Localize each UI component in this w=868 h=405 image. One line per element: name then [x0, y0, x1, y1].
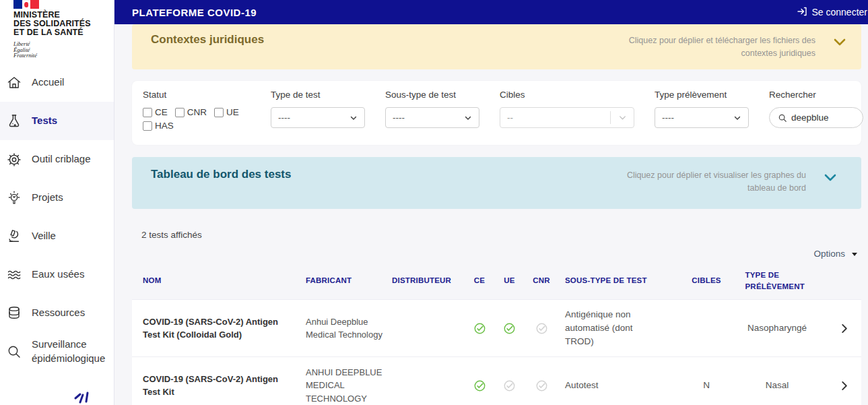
login-button[interactable]: Se connecter — [797, 6, 868, 19]
legal-contexts-banner[interactable]: Contextes juridiques Cliquez pour déplie… — [132, 24, 861, 69]
test-sous-type: Antigénique non automatisé (dont TROD) — [558, 308, 653, 349]
dashboard-title: Tableau de bord des tests — [151, 157, 291, 209]
chevron-down-icon — [464, 114, 472, 122]
type-prelevement-label: Type prélèvement — [655, 90, 749, 100]
microscope-icon — [5, 228, 23, 245]
filter-sous-type-de-test: Sous-type de test ---- — [385, 90, 479, 145]
dashboard-banner[interactable]: Tableau de bord des tests Cliquez pour d… — [132, 157, 861, 209]
filters-panel: Statut CE CNR UE HAS Type de test ---- S… — [132, 81, 861, 145]
checkbox-ue[interactable]: UE — [214, 107, 239, 117]
sidebar-item-accueil[interactable]: Accueil — [0, 63, 114, 102]
type-prelevement-select[interactable]: ---- — [655, 107, 749, 128]
sous-type-label: Sous-type de test — [385, 90, 479, 100]
login-icon — [797, 6, 807, 19]
chevron-down-icon — [733, 114, 741, 122]
options-menu[interactable]: Options — [114, 249, 857, 259]
checkbox-ce[interactable]: CE — [143, 107, 168, 117]
main-content: Contextes juridiques Cliquez pour déplie… — [114, 24, 868, 405]
lightbulb-icon — [5, 189, 23, 207]
search-input[interactable] — [791, 113, 855, 123]
options-label: Options — [813, 249, 845, 259]
table-header-row: NOM FABRICANT DISTRIBUTEUR CE UE CNR SOU… — [132, 263, 861, 299]
app-header: PLATEFORME COVID-19 Se connecter — [114, 0, 868, 24]
ce-check-circle-icon — [465, 322, 494, 335]
sous-type-select[interactable]: ---- — [385, 107, 479, 128]
test-prelevement: Nasopharyngé — [727, 321, 828, 335]
column-header-type-prelevement: TYPE DE PRÉLÈVEMENT — [727, 270, 828, 293]
column-header-distributeur: DISTRIBUTEUR — [385, 275, 465, 286]
app-title: PLATEFORME COVID-19 — [132, 7, 257, 18]
filter-cibles: Cibles -- — [500, 90, 634, 145]
rays-icon — [73, 390, 92, 405]
login-label: Se connecter — [812, 7, 868, 18]
table-row[interactable]: COVID-19 (SARS-CoV-2) Antigen Test Kit A… — [132, 356, 861, 405]
table-row[interactable]: COVID-19 (SARS-CoV-2) Antigen Test Kit (… — [132, 299, 861, 356]
sidebar: MINISTÈRE DES SOLIDARITÉS ET DE LA SANTÉ… — [0, 0, 114, 405]
test-sous-type: Autotest — [558, 379, 653, 392]
ue-check-circle-icon — [494, 379, 525, 392]
filter-statut: Statut CE CNR UE HAS — [143, 90, 251, 145]
filter-type-prelevement: Type prélèvement ---- — [655, 90, 749, 145]
flask-icon — [5, 113, 23, 130]
column-header-ce: CE — [465, 275, 494, 286]
checkbox-cnr[interactable]: CNR — [175, 107, 207, 117]
filter-rechercher: Rechercher — [769, 90, 863, 145]
test-name: COVID-19 (SARS-CoV-2) Antigen Test Kit — [132, 373, 299, 399]
checkbox-icon[interactable] — [143, 108, 152, 117]
checkbox-has[interactable]: HAS — [143, 121, 174, 131]
results-count: 2 tests affichés — [141, 230, 868, 240]
search-box[interactable] — [769, 107, 863, 128]
caret-down-icon — [852, 253, 857, 256]
chevron-down-icon[interactable] — [822, 169, 838, 188]
ministry-motto: Liberté Égalité Fraternité — [13, 41, 114, 59]
cibles-label: Cibles — [500, 90, 634, 100]
sidebar-item-label: Projets — [32, 191, 66, 204]
french-flag-icon — [13, 0, 39, 9]
row-detail-chevron-icon[interactable] — [828, 381, 861, 391]
cnr-check-circle-icon — [525, 322, 558, 335]
statut-label: Statut — [143, 90, 251, 100]
chevron-down-icon[interactable] — [832, 34, 848, 53]
type-test-label: Type de test — [271, 90, 365, 100]
checkbox-icon[interactable] — [175, 108, 185, 117]
test-prelevement: Nasal — [727, 379, 828, 392]
sidebar-nav: Accueil Tests Outil criblage Projets Vei… — [0, 63, 114, 371]
ministry-name: MINISTÈRE DES SOLIDARITÉS ET DE LA SANTÉ — [13, 11, 114, 37]
cibles-multiselect[interactable]: -- — [500, 107, 634, 128]
sidebar-item-label: Veille — [32, 229, 59, 243]
column-header-cnr: CNR — [525, 275, 558, 286]
database-icon — [5, 305, 23, 322]
test-name: COVID-19 (SARS-CoV-2) Antigen Test Kit (… — [132, 315, 299, 342]
sidebar-item-label: Surveillance épidémiologique — [32, 338, 114, 365]
sidebar-item-projets[interactable]: Projets — [0, 179, 114, 217]
sidebar-item-label: Accueil — [32, 75, 67, 89]
sidebar-item-label: Ressources — [32, 306, 88, 319]
test-cibles: N — [686, 379, 727, 392]
sidebar-item-eaux-usees[interactable]: Eaux usées — [0, 255, 114, 294]
column-header-fabricant: FABRICANT — [299, 275, 385, 286]
sidebar-item-outil-criblage[interactable]: Outil criblage — [0, 140, 114, 179]
legal-contexts-title: Contextes juridiques — [151, 24, 264, 69]
ministry-logo: MINISTÈRE DES SOLIDARITÉS ET DE LA SANTÉ… — [0, 0, 114, 62]
ce-check-circle-icon — [465, 379, 494, 392]
search-icon — [778, 113, 787, 123]
sidebar-item-label: Tests — [32, 114, 60, 127]
sidebar-item-surveillance-epidemiologique[interactable]: Surveillance épidémiologique — [0, 332, 114, 371]
checkbox-icon[interactable] — [214, 108, 224, 117]
legal-contexts-hint: Cliquez pour déplier et télécharger les … — [607, 31, 815, 61]
column-header-ue: UE — [494, 275, 525, 286]
chevron-down-icon — [349, 114, 358, 122]
row-detail-chevron-icon[interactable] — [828, 323, 861, 334]
sidebar-item-veille[interactable]: Veille — [0, 217, 114, 255]
sidebar-item-ressources[interactable]: Ressources — [0, 294, 114, 332]
sidebar-item-tests[interactable]: Tests — [0, 102, 114, 140]
magnifier-icon — [5, 343, 23, 361]
sidebar-item-label: Outil criblage — [32, 152, 94, 166]
column-header-nom: NOM — [132, 275, 299, 286]
checkbox-icon[interactable] — [143, 121, 152, 131]
chevron-down-icon — [611, 113, 634, 122]
column-header-sous-type: SOUS-TYPE DE TEST — [558, 275, 686, 286]
column-header-cibles: CIBLES — [686, 275, 727, 286]
cnr-check-circle-icon — [525, 379, 558, 392]
type-test-select[interactable]: ---- — [271, 107, 365, 128]
